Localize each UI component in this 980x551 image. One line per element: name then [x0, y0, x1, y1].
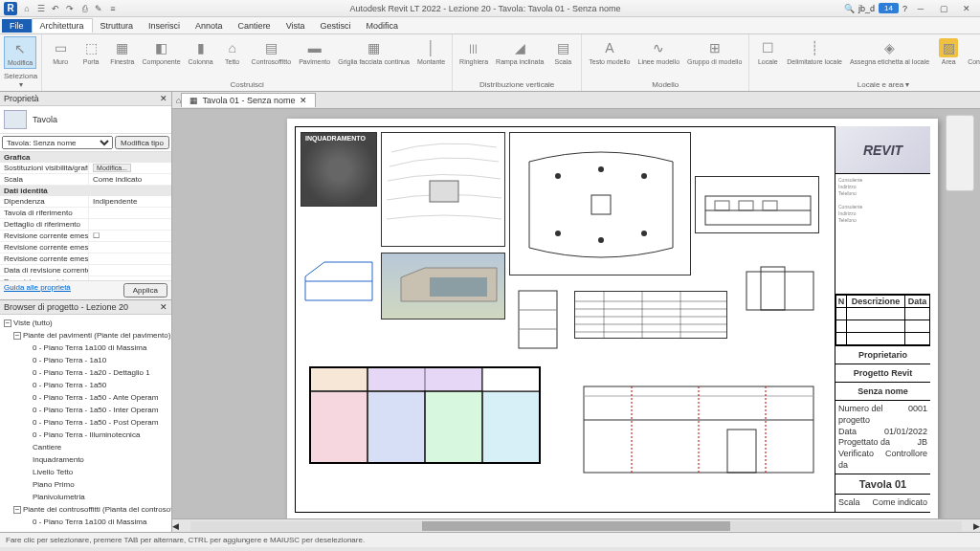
instance-selector[interactable]: Tavola: Senza nome	[2, 136, 113, 149]
prop-row[interactable]: Tavola di riferimento	[0, 208, 171, 219]
tab-cantiere[interactable]: Cantiere	[231, 19, 278, 33]
viewport-schedule[interactable]	[574, 291, 727, 339]
viewport-siteplan[interactable]	[381, 132, 505, 247]
ribbon-delimitatore-locale[interactable]: ┊Delimitatore locale	[784, 36, 845, 67]
tab-gestisci[interactable]: Gestisci	[313, 19, 359, 33]
apply-button[interactable]: Applica	[123, 283, 167, 298]
ribbon-scala[interactable]: ▤Scala	[548, 36, 577, 67]
search-icon[interactable]: 🔍	[844, 4, 855, 13]
prop-row[interactable]: ScalaCome indicato	[0, 174, 171, 186]
prop-row[interactable]: Dettaglio di riferimento	[0, 219, 171, 231]
close-tab-icon[interactable]: ✕	[300, 96, 307, 105]
viewport-render[interactable]	[381, 253, 505, 320]
prop-value[interactable]	[89, 253, 171, 264]
prop-value[interactable]	[89, 265, 171, 276]
qat-redo-icon[interactable]: ↷	[64, 3, 76, 14]
qat-home-icon[interactable]: ⌂	[21, 3, 33, 14]
tree-node[interactable]: Piante dei pavimenti (Piante del pavimen…	[11, 329, 169, 342]
titleblock[interactable]: REVIT ConsulenteIndirizzoTelefonoConsule…	[835, 126, 930, 513]
viewport-section-small[interactable]	[695, 176, 819, 233]
qat-print-icon[interactable]: ⎙	[78, 3, 90, 14]
viewport-elevation-sketch[interactable]	[301, 253, 377, 320]
prop-row[interactable]: Data di revisione corrente	[0, 265, 171, 276]
ribbon-componente[interactable]: ◧Componente	[139, 36, 183, 67]
qat-measure-icon[interactable]: ✎	[93, 3, 104, 14]
ribbon-area[interactable]: ▨Area	[934, 36, 963, 67]
tree-node[interactable]: Livello Tetto	[21, 466, 169, 478]
prop-value[interactable]	[89, 242, 171, 253]
ribbon-modifica[interactable]: ↖Modifica	[4, 36, 36, 69]
viewport-detail[interactable]	[509, 281, 567, 358]
prop-value[interactable]: Modifica...	[89, 163, 171, 173]
prop-value[interactable]: Indipendente	[89, 196, 171, 207]
prop-row[interactable]: DipendenzaIndipendente	[0, 196, 171, 208]
tree-node[interactable]: 0 - Piano Terra - Illuminotecnica	[21, 429, 169, 441]
prop-value[interactable]: ☐	[89, 231, 171, 241]
qat-undo-icon[interactable]: ↶	[50, 3, 61, 14]
ribbon-griglia-facciata-continua[interactable]: ▦Griglia facciata continua	[335, 36, 412, 67]
ribbon-testo-modello[interactable]: ATesto modello	[586, 36, 633, 67]
tab-modifica[interactable]: Modifica	[359, 19, 407, 33]
ribbon-linee-modello[interactable]: ∿Linee modello	[635, 36, 682, 67]
ribbon-pavimento[interactable]: ▬Pavimento	[296, 36, 333, 67]
close-button[interactable]: ✕	[957, 2, 976, 15]
tree-node[interactable]: 0 - Piano Terra - 1a20 - Dettaglio 1	[21, 366, 169, 379]
user-label[interactable]: jb_d	[858, 4, 875, 13]
scroll-right-icon[interactable]: ▶	[973, 521, 980, 531]
tree-node[interactable]: 0 - Piano Terra - 1a50 - Ante Operam	[21, 391, 169, 404]
tree-node[interactable]: 0 - Piano Terra 1a100 di Massima	[21, 516, 169, 528]
tree-node[interactable]: 0 - Piano Terra - 1a50	[21, 379, 169, 391]
properties-close-icon[interactable]: ✕	[160, 94, 167, 103]
tree-node[interactable]: Planivolumetria	[21, 491, 169, 503]
viewport-elevation[interactable]	[574, 348, 823, 492]
ribbon-tetto[interactable]: ⌂Tetto	[218, 36, 247, 67]
tab-annota[interactable]: Annota	[188, 19, 231, 33]
tree-node[interactable]: 0 - Piano Terra - 1a10	[21, 354, 169, 366]
ribbon-assegna-etichetta-al-locale[interactable]: ◈Assegna etichetta al locale	[847, 36, 932, 67]
tab-file[interactable]: File	[2, 19, 32, 33]
prop-category[interactable]: Grafica	[0, 152, 171, 163]
tree-node[interactable]: 0 - Piano Terra - 1a50 - Inter Operam	[21, 404, 169, 416]
ribbon-porta[interactable]: ⬚Porta	[77, 36, 105, 67]
prop-row[interactable]: Revisione corrente emessa...	[0, 242, 171, 253]
tab-architettura[interactable]: Architettura	[32, 18, 93, 33]
minimize-button[interactable]: ─	[911, 2, 930, 15]
tree-node[interactable]: Viste (tutto)	[2, 317, 169, 329]
tree-node[interactable]: Interrato	[21, 528, 169, 532]
ribbon-contorno-area[interactable]: ▢Contorno area	[965, 36, 980, 67]
tree-node[interactable]: Piano Primo	[21, 478, 169, 491]
prop-row[interactable]: Revisione corrente emessa☐	[0, 231, 171, 242]
tree-node[interactable]: Piante dei controsoffitti (Pianta del co…	[11, 503, 169, 516]
ribbon-gruppo-di-modello[interactable]: ⊞Gruppo di modello	[684, 36, 745, 67]
ribbon-muro[interactable]: ▭Muro	[46, 36, 75, 67]
ribbon-ringhiera[interactable]: ⫼Ringhiera	[457, 36, 491, 67]
viewport-3d-small[interactable]	[737, 253, 823, 320]
project-tree[interactable]: Viste (tutto)Piante dei pavimenti (Piant…	[0, 315, 171, 532]
ribbon-colonna[interactable]: ▮Colonna	[186, 36, 216, 67]
help-icon[interactable]: ?	[902, 4, 907, 13]
tree-node[interactable]: 0 - Piano Terra 1a100 di Massima	[21, 342, 169, 354]
tree-node[interactable]: Inquadramento	[21, 453, 169, 466]
prop-value[interactable]: Come indicato	[89, 174, 171, 185]
properties-grid[interactable]: GraficaSostituzioni visibilità/graficaMo…	[0, 152, 171, 280]
qat-open-icon[interactable]: ☰	[35, 3, 47, 14]
ribbon-rampa-inclinata[interactable]: ◢Rampa inclinata	[493, 36, 546, 67]
scroll-left-icon[interactable]: ◀	[172, 521, 179, 531]
prop-row[interactable]: Sostituzioni visibilità/graficaModifica.…	[0, 163, 171, 174]
drawing-canvas[interactable]: INQUADRAMENTO	[172, 109, 980, 518]
ribbon-montante[interactable]: │Montante	[414, 36, 448, 67]
document-tab[interactable]: ▦ Tavola 01 - Senza nome ✕	[181, 93, 315, 107]
maximize-button[interactable]: ▢	[934, 2, 953, 15]
viewport-roofplan[interactable]	[509, 132, 691, 276]
prop-value[interactable]	[89, 208, 171, 218]
properties-help-link[interactable]: Guida alle proprietà	[4, 283, 71, 298]
edit-type-button[interactable]: Modifica tipo	[115, 136, 169, 149]
ribbon-controsoffitto[interactable]: ▤Controsoffitto	[249, 36, 295, 67]
tree-node[interactable]: Cantiere	[21, 441, 169, 453]
viewport-floorplan[interactable]	[301, 339, 549, 492]
notification-badge[interactable]: 14	[879, 3, 899, 13]
viewport-topo[interactable]: INQUADRAMENTO	[301, 132, 377, 207]
ribbon-locale[interactable]: ☐Locale	[753, 36, 782, 67]
ribbon-finestra[interactable]: ▦Finestra	[107, 36, 137, 67]
tree-node[interactable]: 0 - Piano Terra - 1a50 - Post Operam	[21, 416, 169, 429]
